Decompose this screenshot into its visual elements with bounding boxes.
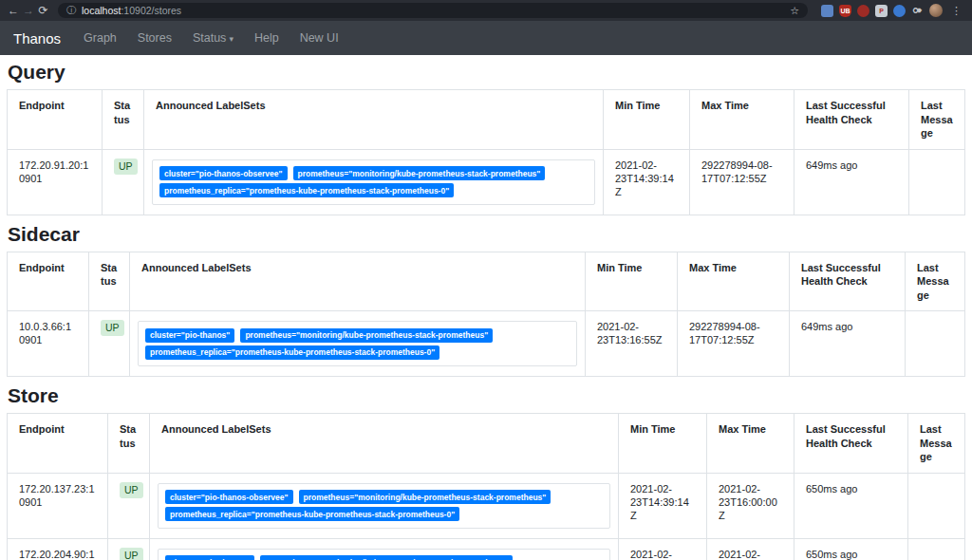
table-header-row: Endpoint Status Announced LabelSets Min …: [8, 414, 965, 474]
section-title-store: Store: [8, 384, 965, 407]
extension-blue-icon[interactable]: [893, 5, 906, 17]
nav-item-status-label: Status: [193, 31, 226, 45]
extension-ptr-icon[interactable]: P: [875, 5, 888, 17]
thanos-navbar: Thanos Graph Stores Status▾ Help New UI: [0, 21, 972, 55]
min-time-cell: 2021-02-23T14:39:14Z: [619, 473, 707, 538]
nav-item-status[interactable]: Status▾: [193, 31, 234, 45]
url-text: localhost:10902/stores: [82, 5, 181, 16]
label-badge: prometheus="monitoring/kube-prometheus-s…: [240, 328, 493, 343]
status-cell: UP: [103, 149, 144, 215]
table-row: 172.20.91.20:10901 UP cluster="pio-thano…: [8, 149, 965, 215]
health-check-cell: 650ms ago: [794, 473, 908, 538]
browser-menu-icon[interactable]: ⋮: [948, 5, 964, 17]
labelsets-cell: cluster="pio-thanos-observee" prometheus…: [144, 149, 604, 215]
col-endpoint: Endpoint: [8, 252, 89, 311]
col-max-time: Max Time: [678, 252, 790, 311]
col-last-message: Last Message: [906, 252, 965, 311]
table-row: 172.20.137.23:10901 UP cluster="pio-than…: [8, 473, 965, 538]
status-badge: UP: [120, 482, 143, 498]
last-message-cell: [908, 473, 965, 538]
last-message-cell: [906, 311, 965, 377]
last-message-cell: [908, 538, 965, 560]
last-message-cell: [909, 149, 965, 215]
health-check-cell: 650ms ago: [794, 538, 908, 560]
label-badge: prometheus="monitoring/kube-prometheus-s…: [299, 490, 551, 504]
extensions-tray: UB P ⚩ ⋮: [821, 4, 964, 17]
url-path: :10902/stores: [121, 5, 181, 16]
nav-item-new-ui[interactable]: New UI: [300, 31, 339, 45]
table-header-row: Endpoint Status Announced LabelSets Min …: [8, 252, 965, 311]
health-check-cell: 649ms ago: [790, 311, 906, 377]
col-status: Status: [89, 252, 130, 311]
col-labelsets: Announced LabelSets: [144, 90, 604, 150]
col-min-time: Min Time: [604, 90, 690, 150]
label-badge: cluster="pio-thanos": [165, 555, 254, 560]
label-badge: prometheus="monitoring/kube-prometheus-s…: [293, 166, 546, 180]
stores-page: Query Endpoint Status Announced LabelSet…: [0, 55, 972, 560]
table-row: 172.20.204.90:10901 UP cluster="pio-than…: [8, 538, 965, 560]
profile-avatar[interactable]: [929, 4, 943, 17]
address-bar[interactable]: ⓘ localhost:10902/stores ☆: [58, 3, 808, 18]
col-min-time: Min Time: [586, 252, 678, 311]
labelset-container: cluster="pio-thanos" prometheus="monitor…: [158, 549, 610, 560]
labelset-container: cluster="pio-thanos-observee" prometheus…: [158, 483, 610, 529]
health-check-cell: 649ms ago: [794, 149, 909, 215]
col-health-check: Last Successful Health Check: [794, 90, 909, 150]
forward-icon[interactable]: →: [23, 0, 34, 21]
labelsets-cell: cluster="pio-thanos-observee" prometheus…: [150, 473, 619, 538]
col-max-time: Max Time: [690, 90, 794, 150]
query-table: Endpoint Status Announced LabelSets Min …: [7, 89, 965, 215]
labelset-container: cluster="pio-thanos" prometheus="monitor…: [138, 321, 577, 366]
section-title-query: Query: [8, 61, 965, 84]
col-labelsets: Announced LabelSets: [130, 252, 586, 311]
table-row: 10.0.3.66:10901 UP cluster="pio-thanos" …: [8, 311, 965, 377]
status-badge: UP: [101, 320, 124, 336]
label-badge: prometheus_replica="prometheus-kube-prom…: [165, 507, 459, 521]
labelset-container: cluster="pio-thanos-observee" prometheus…: [152, 159, 595, 205]
extension-image-icon[interactable]: [821, 5, 833, 17]
col-health-check: Last Successful Health Check: [790, 252, 906, 311]
status-badge: UP: [120, 548, 143, 560]
store-table: Endpoint Status Announced LabelSets Min …: [7, 413, 965, 560]
status-cell: UP: [108, 473, 150, 538]
labelsets-cell: cluster="pio-thanos" prometheus="monitor…: [130, 311, 586, 377]
navbar-brand[interactable]: Thanos: [13, 30, 61, 47]
sidecar-table: Endpoint Status Announced LabelSets Min …: [7, 252, 965, 378]
min-time-cell: 2021-02-23T13:16:55Z: [619, 538, 707, 560]
min-time-cell: 2021-02-23T14:39:14Z: [604, 149, 690, 215]
endpoint-cell: 10.0.3.66:10901: [8, 311, 89, 377]
col-labelsets: Announced LabelSets: [150, 414, 619, 474]
max-time-cell: 292278994-08-17T07:12:55Z: [678, 311, 790, 377]
endpoint-cell: 172.20.204.90:10901: [8, 538, 108, 560]
endpoint-cell: 172.20.137.23:10901: [8, 473, 108, 538]
extension-red-icon[interactable]: [857, 5, 869, 17]
labelsets-cell: cluster="pio-thanos" prometheus="monitor…: [150, 538, 619, 560]
col-status: Status: [103, 90, 144, 150]
label-badge: cluster="pio-thanos-observee": [159, 166, 288, 180]
chevron-down-icon: ▾: [229, 34, 234, 44]
label-badge: prometheus_replica="prometheus-kube-prom…: [159, 183, 454, 197]
bookmark-star-icon[interactable]: ☆: [790, 5, 799, 17]
reload-icon[interactable]: ⟳: [38, 0, 48, 21]
nav-item-graph[interactable]: Graph: [84, 31, 117, 45]
col-max-time: Max Time: [707, 414, 794, 474]
label-badge: prometheus_replica="prometheus-kube-prom…: [145, 345, 439, 360]
col-endpoint: Endpoint: [8, 414, 108, 474]
col-last-message: Last Message: [909, 90, 965, 150]
label-badge: cluster="pio-thanos": [145, 328, 234, 343]
status-cell: UP: [108, 538, 150, 560]
col-status: Status: [108, 414, 150, 474]
extensions-puzzle-icon[interactable]: ⚩: [911, 5, 924, 17]
max-time-cell: 2021-02-23T16:00:00Z: [707, 473, 794, 538]
table-header-row: Endpoint Status Announced LabelSets Min …: [8, 90, 965, 150]
max-time-cell: 2021-02-23T16:00:00Z: [707, 538, 794, 560]
extension-shield-icon[interactable]: UB: [839, 5, 851, 17]
label-badge: cluster="pio-thanos-observee": [165, 490, 293, 504]
nav-item-stores[interactable]: Stores: [138, 31, 172, 45]
status-cell: UP: [89, 311, 130, 377]
label-badge: prometheus="monitoring/kube-prometheus-s…: [260, 555, 513, 560]
site-info-icon[interactable]: ⓘ: [66, 4, 76, 17]
nav-item-help[interactable]: Help: [254, 31, 279, 45]
back-icon[interactable]: ←: [8, 0, 19, 21]
col-health-check: Last Successful Health Check: [794, 414, 908, 474]
